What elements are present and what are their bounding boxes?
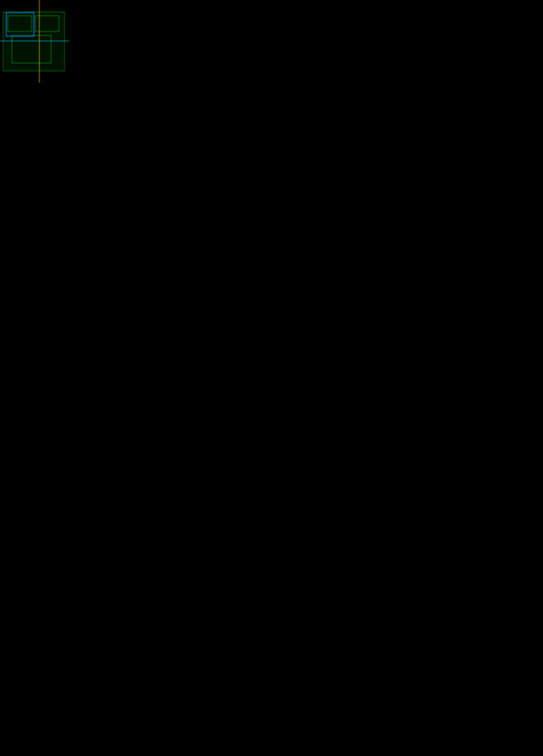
minimap-canvas[interactable] [0,0,543,756]
console-area: Command # This design board name: AUTOSA… [0,656,543,739]
worldview-svg [0,0,69,83]
minimap-container: WorldView [527,658,543,740]
